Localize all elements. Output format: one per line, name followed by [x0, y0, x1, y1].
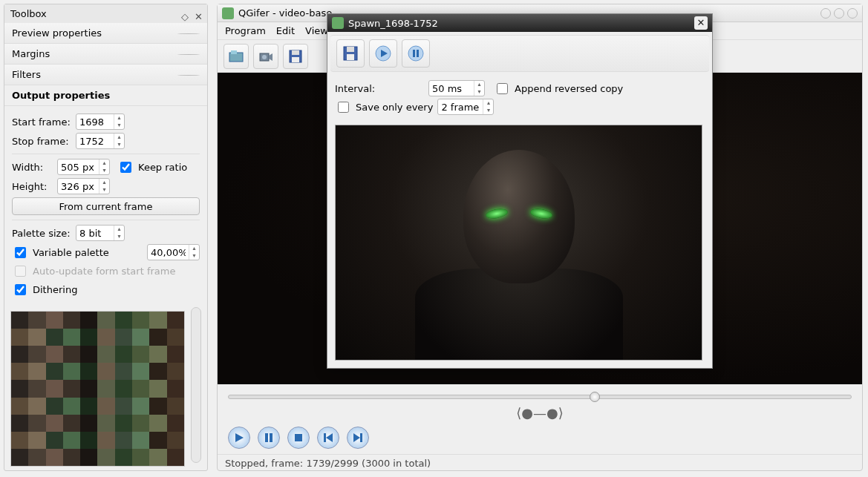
svg-marker-8	[235, 433, 244, 442]
stop-frame-label: Stop frame:	[12, 136, 71, 147]
detach-icon[interactable]: ◇	[181, 11, 189, 22]
main-window-title: QGifer - video-base	[238, 7, 332, 19]
dialog-close-button[interactable]: ✕	[694, 16, 708, 30]
save-only-label: Save only every	[356, 102, 433, 113]
auto-update-checkbox	[15, 266, 26, 277]
svg-rect-9	[265, 433, 268, 442]
svg-rect-22	[413, 50, 415, 57]
close-button[interactable]	[847, 8, 858, 19]
variable-palette-label: Variable palette	[33, 247, 109, 258]
prev-frame-button[interactable]	[317, 427, 339, 449]
maximize-button[interactable]	[834, 8, 844, 19]
dialog-save-button[interactable]	[336, 39, 365, 68]
stop-frame-spinner[interactable]: ▴▾	[76, 133, 125, 149]
width-spinner[interactable]: ▴▾	[57, 159, 110, 175]
toolbox-panel: Toolbox ◇ ✕ Preview properties Margins F…	[4, 4, 208, 471]
playback-controls	[218, 421, 862, 454]
statusbar: Stopped, frame: 1739/2999 (3000 in total…	[218, 454, 862, 472]
palette-size-label: Palette size:	[12, 228, 71, 239]
dialog-preview-image	[335, 125, 702, 361]
interval-input[interactable]	[429, 82, 474, 96]
svg-marker-13	[326, 433, 333, 442]
dialog-pause-button[interactable]	[402, 39, 430, 68]
start-frame-spinner[interactable]: ▴▾	[76, 114, 125, 130]
interval-spinner[interactable]: ▴▾	[428, 80, 485, 96]
menu-program[interactable]: Program	[225, 25, 266, 36]
variable-palette-checkbox[interactable]	[15, 247, 26, 258]
start-frame-input[interactable]	[76, 115, 114, 129]
svg-rect-6	[292, 50, 299, 55]
svg-rect-18	[347, 54, 354, 60]
svg-point-21	[408, 46, 423, 61]
palette-size-spinner[interactable]: ▴▾	[76, 225, 125, 241]
toolbar-open-button[interactable]	[223, 44, 249, 69]
toolbox-titlebar: Toolbox ◇ ✕	[4, 4, 207, 23]
app-icon	[222, 7, 234, 19]
menu-view[interactable]: View	[305, 25, 328, 36]
svg-rect-1	[231, 50, 237, 54]
dialog-title: Spawn_1698-1752	[348, 18, 438, 29]
status-text: Stopped, frame: 1739/2999 (3000 in total…	[225, 458, 431, 469]
range-indicator-icon[interactable]: ⟨●—●⟩	[228, 405, 852, 421]
height-input[interactable]	[58, 180, 99, 194]
stop-button[interactable]	[287, 427, 310, 449]
toolbox-title: Toolbox	[10, 8, 47, 19]
svg-marker-4	[269, 53, 273, 61]
tab-preview-properties[interactable]: Preview properties	[4, 23, 207, 44]
svg-rect-17	[347, 47, 354, 52]
tab-margins[interactable]: Margins	[4, 44, 207, 65]
variable-palette-input[interactable]	[148, 246, 189, 260]
output-properties-title: Output properties	[4, 85, 207, 106]
palette-scrollbar[interactable]	[191, 307, 201, 463]
next-frame-button[interactable]	[347, 427, 369, 449]
append-reversed-checkbox[interactable]	[497, 83, 508, 94]
save-only-spinner[interactable]: ▴▾	[437, 99, 494, 115]
svg-point-3	[262, 55, 267, 59]
minimize-button[interactable]	[820, 8, 831, 19]
palette-size-input[interactable]	[76, 226, 114, 240]
svg-rect-11	[295, 434, 302, 441]
toolbar-record-button[interactable]	[253, 44, 278, 69]
timeline-area: ⟨●—●⟩	[218, 384, 862, 421]
stop-frame-input[interactable]	[76, 134, 114, 148]
dialog-app-icon	[332, 17, 344, 29]
svg-rect-10	[270, 433, 273, 442]
dithering-checkbox[interactable]	[15, 284, 26, 295]
svg-rect-15	[360, 433, 362, 442]
svg-rect-12	[324, 433, 326, 442]
width-label: Width:	[12, 162, 53, 173]
save-only-input[interactable]	[438, 100, 483, 114]
dialog-toolbar	[330, 35, 709, 72]
save-only-checkbox[interactable]	[338, 102, 349, 113]
svg-marker-14	[353, 433, 360, 442]
dialog-titlebar[interactable]: Spawn_1698-1752 ✕	[327, 14, 712, 32]
pause-button[interactable]	[258, 427, 280, 449]
variable-palette-spinner[interactable]: ▴▾	[147, 244, 200, 260]
keep-ratio-checkbox[interactable]	[120, 162, 131, 173]
interval-label: Interval:	[335, 83, 424, 94]
dialog-play-button[interactable]	[369, 39, 397, 68]
append-reversed-label: Append reversed copy	[515, 83, 623, 94]
play-button[interactable]	[228, 427, 250, 449]
svg-rect-23	[417, 50, 419, 57]
toolbar-save-button[interactable]	[283, 44, 308, 69]
height-label: Height:	[12, 181, 53, 192]
keep-ratio-label: Keep ratio	[138, 162, 187, 173]
height-spinner[interactable]: ▴▾	[57, 178, 110, 194]
tab-filters[interactable]: Filters	[4, 65, 207, 85]
from-current-frame-button[interactable]: From current frame	[12, 197, 200, 215]
svg-rect-7	[292, 57, 299, 62]
auto-update-label: Auto-update form start frame	[33, 266, 175, 277]
palette-preview	[10, 311, 185, 467]
width-input[interactable]	[58, 160, 99, 174]
dithering-label: Dithering	[33, 284, 77, 295]
menu-edit[interactable]: Edit	[276, 25, 295, 36]
timeline-slider[interactable]	[228, 395, 852, 399]
start-frame-label: Start frame:	[12, 116, 71, 128]
close-icon[interactable]: ✕	[195, 11, 203, 22]
spawn-dialog: Spawn_1698-1752 ✕ Interval: ▴▾ Append re…	[327, 13, 713, 369]
